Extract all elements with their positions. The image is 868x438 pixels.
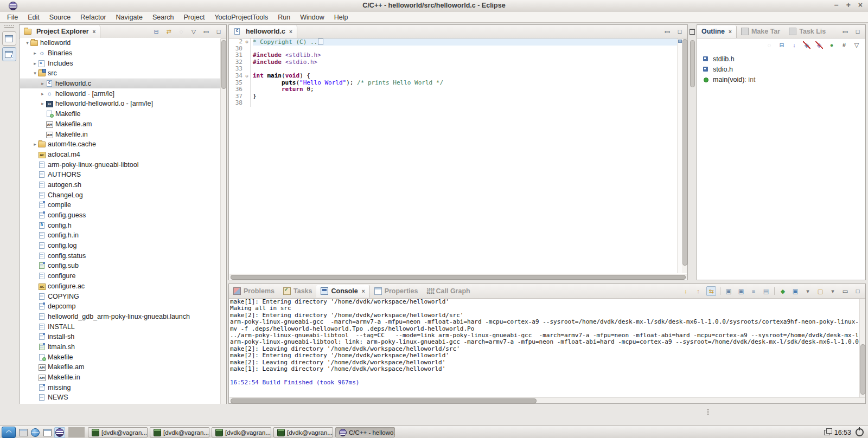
tree-item-makefile[interactable]: Makefile (20, 352, 221, 362)
taskbar-button--dvdk-vagran-[interactable]: [dvdk@vagran... (150, 427, 209, 437)
outline-list[interactable]: stdlib.hstdio.hmain(void) : int (697, 51, 865, 85)
tree-item-ltmain-sh[interactable]: ltmain.sh (20, 342, 221, 352)
hide-non-public-icon[interactable]: ● (827, 41, 836, 49)
tree-item-src[interactable]: ▾src (20, 68, 221, 79)
eclipse-launcher-button[interactable] (54, 427, 65, 438)
tab-call-graph[interactable]: 1010 0101Call Graph (422, 285, 474, 298)
minimize-icon[interactable]: ▭ (841, 287, 850, 295)
tree-item-makefile-am[interactable]: AMMakefile.am (20, 119, 221, 130)
tab-helloworld-c[interactable]: c helloworld.c × (229, 25, 297, 38)
tree-item-config-status[interactable]: config.status (20, 250, 221, 261)
maximize-window-button[interactable]: + (846, 1, 851, 9)
tree-item-helloworld[interactable]: ▾helloworld (20, 38, 221, 48)
browser-button[interactable] (30, 428, 40, 437)
menu-file[interactable]: File (2, 12, 23, 22)
editor-horizontal-scrollbar[interactable] (229, 274, 687, 279)
menu-search[interactable]: Search (148, 12, 179, 22)
app-menu-button[interactable]: ◠ (2, 427, 16, 438)
taskbar-button--dvdk-vagran-[interactable]: [dvdk@vagran... (212, 427, 271, 437)
word-wrap-icon[interactable]: ≡ (749, 287, 758, 295)
link-with-editor-icon[interactable]: ⇄ (164, 27, 173, 36)
tree-item-autom4te-cache[interactable]: ▸autom4te.cache (20, 139, 221, 150)
tree-item-binaries[interactable]: ▸☼Binaries (20, 48, 221, 59)
tree-item-helloworld-c[interactable]: ▸chelloworld.c (20, 79, 221, 89)
tree-expand-arrow[interactable]: ▸ (40, 81, 46, 86)
project-tree[interactable]: ▾helloworld▸☼Binaries▸Includes▾src▸chell… (20, 38, 221, 404)
minimize-icon[interactable]: ▭ (663, 27, 672, 36)
tab-outline[interactable]: Outline× (697, 25, 737, 38)
tree-item-install[interactable]: INSTALL (20, 321, 221, 332)
tree-collapse-arrow[interactable]: ▾ (24, 40, 30, 46)
tree-item-makefile[interactable]: Makefile (20, 109, 221, 119)
menu-source[interactable]: Source (44, 12, 76, 22)
tree-item-helloworld-gdb-arm-poky-linux-gnueabi-launch[interactable]: helloworld_gdb_arm-poky-linux-gnueabi.la… (20, 312, 221, 322)
view-menu-icon[interactable]: ▽ (852, 41, 861, 49)
focus-icon[interactable]: ◌ (177, 27, 186, 36)
outline-item-stdio-h[interactable]: stdio.h (703, 64, 865, 74)
tree-item-news[interactable]: NEWS (20, 392, 221, 403)
terminal-icon[interactable]: ▣ (724, 287, 733, 295)
strip-scrollbar[interactable] (690, 40, 695, 87)
tree-expand-arrow[interactable]: ▸ (32, 61, 38, 66)
grid-icon[interactable]: # (840, 41, 848, 49)
tree-item-arm-poky-linux-gnueabi-libtool[interactable]: arm-poky-linux-gnueabi-libtool (20, 159, 221, 170)
menu-yoctoprojecttools[interactable]: YoctoProjectTools (209, 12, 273, 22)
restore-icon[interactable] (690, 29, 695, 35)
tree-item-makefile-am[interactable]: AMMakefile.am (20, 362, 221, 372)
tree-item-autogen-sh[interactable]: autogen.sh (20, 180, 221, 190)
maximize-icon[interactable]: □ (853, 287, 862, 295)
close-icon[interactable]: × (362, 288, 365, 294)
restore-view-button[interactable] (2, 31, 16, 46)
minimize-icon[interactable]: ▭ (202, 27, 210, 36)
menu-refactor[interactable]: Refactor (75, 12, 111, 22)
menu-edit[interactable]: Edit (23, 12, 44, 22)
tab-task-lis[interactable]: Task Lis (784, 25, 830, 38)
tree-item-configure-ac[interactable]: ACconfigure.ac (20, 281, 221, 292)
tree-item-authors[interactable]: AUTHORS (20, 170, 221, 180)
editor-vertical-scrollbar[interactable] (682, 38, 687, 273)
sort-icon[interactable]: ↓ (790, 41, 799, 49)
tree-item-compile[interactable]: compile (20, 200, 221, 210)
tree-item-config-sub[interactable]: config.sub (20, 261, 221, 271)
fold-toggle-icon[interactable]: ⊕ (244, 38, 251, 46)
cpp-perspective-button[interactable] (2, 47, 16, 61)
tab-project-explorer[interactable]: Project Explorer × (20, 25, 100, 38)
tab-tasks[interactable]: Tasks (279, 285, 317, 298)
tree-item-missing[interactable]: missing (20, 382, 221, 392)
desktop-button[interactable] (42, 428, 52, 437)
minimize-icon[interactable]: ▭ (841, 27, 850, 36)
tree-item-config-log[interactable]: config.log (20, 241, 221, 251)
tree-item-includes[interactable]: ▸Includes (20, 58, 221, 68)
maximize-icon[interactable]: □ (853, 27, 862, 36)
tree-item-helloworld-helloworld-o-arm-le-[interactable]: ▸01helloworld-helloworld.o - [arm/le] (20, 99, 221, 109)
tree-expand-arrow[interactable]: ▸ (40, 91, 46, 96)
menu-window[interactable]: Window (295, 12, 329, 22)
tab-make-tar[interactable]: Make Tar (737, 25, 784, 38)
tree-expand-arrow[interactable]: ▸ (32, 50, 38, 56)
display-console-menu-icon[interactable]: ▾ (803, 287, 812, 295)
minimize-window-button[interactable]: – (834, 1, 839, 9)
tree-collapse-arrow[interactable]: ▾ (32, 70, 38, 76)
sash-grip[interactable] (707, 409, 709, 415)
menu-help[interactable]: Help (329, 12, 353, 22)
view-menu-icon[interactable]: ▽ (189, 27, 198, 36)
console-horizontal-scrollbar[interactable] (229, 397, 865, 403)
close-icon[interactable]: × (93, 29, 96, 35)
menu-project[interactable]: Project (179, 12, 210, 22)
scroll-lock-icon[interactable]: ▣ (737, 287, 745, 295)
outline-item-stdlib-h[interactable]: stdlib.h (703, 54, 865, 64)
toolbar-grip[interactable] (4, 25, 14, 28)
open-console-icon[interactable]: ▢ (816, 287, 825, 295)
tab-problems[interactable]: Problems (229, 285, 279, 298)
tree-expand-arrow[interactable]: ▸ (40, 101, 46, 106)
tree-item-config-h[interactable]: hconfig.h (20, 220, 221, 230)
menu-navigate[interactable]: Navigate (111, 12, 148, 22)
overview-ruler[interactable] (677, 38, 682, 273)
window-titlebar[interactable]: C/C++ - helloworld/src/helloworld.c - Ec… (0, 0, 868, 12)
project-tree-vertical-scrollbar[interactable] (220, 38, 226, 404)
tree-expand-arrow[interactable]: ▸ (32, 141, 38, 147)
clear-console-icon[interactable]: ▤ (762, 287, 770, 295)
display-console-icon[interactable]: ▣ (791, 287, 800, 295)
tree-item-changelog[interactable]: ChangeLog (20, 190, 221, 200)
tab-console[interactable]: Console× (316, 285, 369, 298)
